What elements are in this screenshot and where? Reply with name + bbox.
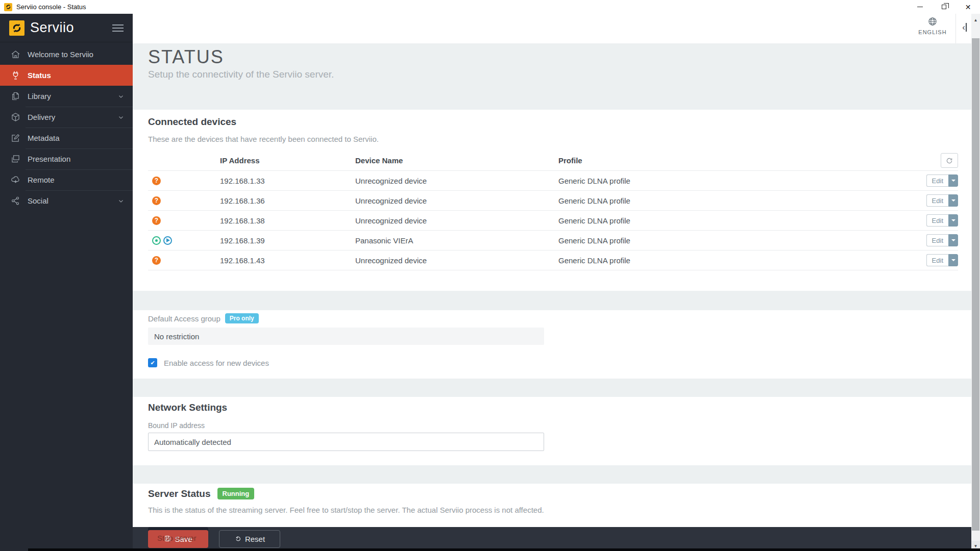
column-device-name: Device Name bbox=[355, 156, 558, 165]
devices-table-header: IP Address Device Name Profile bbox=[148, 151, 958, 171]
footer-bar: Stop server Save Reset bbox=[133, 527, 971, 551]
unknown-device-icon: ? bbox=[152, 216, 161, 225]
sidebar-item-social[interactable]: Social bbox=[0, 190, 133, 211]
menu-toggle-icon[interactable] bbox=[112, 22, 124, 34]
minimize-button[interactable] bbox=[908, 0, 932, 14]
sidebar-nav: Welcome to Serviio Status Library Delive… bbox=[0, 42, 133, 211]
sidebar-item-presentation[interactable]: Presentation bbox=[0, 148, 133, 169]
edit-button[interactable]: Edit bbox=[926, 254, 948, 266]
window-controls: ✕ bbox=[908, 0, 980, 14]
topbar-divider bbox=[955, 14, 956, 43]
sidebar-item-metadata[interactable]: Metadata bbox=[0, 128, 133, 148]
unknown-device-icon: ? bbox=[152, 177, 161, 185]
caret-down-icon bbox=[951, 219, 955, 221]
section-divider bbox=[133, 465, 971, 484]
brand-name: Serviio bbox=[30, 20, 74, 36]
unknown-device-icon: ? bbox=[152, 256, 161, 265]
device-ip: 192.168.1.38 bbox=[220, 216, 355, 225]
sidebar-item-label: Status bbox=[28, 71, 51, 80]
sidebar-item-label: Remote bbox=[28, 176, 55, 184]
device-row: ? 192.168.1.33 Unrecognized device Gener… bbox=[148, 171, 958, 191]
sidebar: Serviio Welcome to Serviio Status Librar… bbox=[0, 14, 133, 551]
chevron-down-icon bbox=[117, 114, 125, 121]
column-ip: IP Address bbox=[220, 156, 355, 165]
page-header: STATUS Setup the connectivity of the Ser… bbox=[133, 43, 971, 110]
scrollbar-thumb[interactable] bbox=[972, 38, 979, 531]
edit-button[interactable]: Edit bbox=[926, 174, 948, 187]
edit-dropdown-toggle[interactable] bbox=[948, 174, 958, 187]
box-icon bbox=[10, 112, 21, 122]
serviio-logo-icon bbox=[9, 20, 24, 36]
edit-dropdown-toggle[interactable] bbox=[948, 214, 958, 227]
device-ip: 192.168.1.33 bbox=[220, 177, 355, 185]
language-selector[interactable]: ENGLISH bbox=[915, 16, 950, 35]
server-status-description: This is the status of the streaming serv… bbox=[148, 506, 958, 514]
close-button[interactable]: ✕ bbox=[956, 0, 980, 14]
device-status-icons: ? bbox=[148, 177, 220, 185]
app-window: Serviio console - Status ✕ Serviio Welco… bbox=[0, 0, 980, 551]
sidebar-item-label: Delivery bbox=[28, 113, 55, 121]
sidebar-item-delivery[interactable]: Delivery bbox=[0, 107, 133, 128]
column-profile: Profile bbox=[558, 156, 918, 165]
device-ip: 192.168.1.43 bbox=[220, 256, 355, 265]
access-group-section: Default Access group Pro only No restric… bbox=[133, 310, 971, 379]
save-button[interactable]: Save bbox=[148, 530, 208, 548]
restore-icon bbox=[942, 5, 946, 9]
sidebar-item-label: Welcome to Serviio bbox=[28, 50, 93, 59]
window-titlebar: Serviio console - Status ✕ bbox=[0, 0, 980, 14]
edit-dropdown-toggle[interactable] bbox=[948, 234, 958, 246]
scroll-up-button[interactable]: ▲ bbox=[971, 14, 980, 27]
enable-access-label: Enable access for new devices bbox=[164, 359, 269, 367]
enable-access-checkbox[interactable]: ✔ bbox=[148, 358, 157, 367]
edit-dropdown-toggle[interactable] bbox=[948, 194, 958, 207]
main-content: ENGLISH ‹ STATUS Setup the connectivity … bbox=[133, 14, 971, 551]
reset-button[interactable]: Reset bbox=[219, 530, 280, 548]
sidebar-item-library[interactable]: Library bbox=[0, 86, 133, 107]
section-divider bbox=[133, 379, 971, 397]
cloud-icon bbox=[10, 174, 21, 185]
edit-dropdown-toggle[interactable] bbox=[948, 254, 958, 266]
device-row: ? 192.168.1.43 Unrecognized device Gener… bbox=[148, 251, 958, 270]
device-row: ? 192.168.1.36 Unrecognized device Gener… bbox=[148, 191, 958, 211]
device-name: Unrecognized device bbox=[355, 177, 558, 185]
pages-icon bbox=[10, 91, 21, 102]
edit-button[interactable]: Edit bbox=[926, 194, 948, 207]
bound-ip-label: Bound IP address bbox=[148, 421, 958, 430]
globe-icon bbox=[927, 19, 938, 28]
refresh-button[interactable] bbox=[941, 153, 958, 168]
sidebar-item-welcome-to-serviio[interactable]: Welcome to Serviio bbox=[0, 44, 133, 65]
devices-description: These are the devices that have recently… bbox=[148, 135, 958, 143]
section-heading-devices: Connected devices bbox=[148, 116, 958, 128]
device-status-icons: ? bbox=[148, 216, 220, 225]
edit-button-group: Edit bbox=[926, 194, 958, 207]
device-ip: 192.168.1.39 bbox=[220, 236, 355, 245]
caret-down-icon bbox=[951, 259, 955, 261]
sidebar-item-remote[interactable]: Remote bbox=[0, 169, 133, 190]
window-title: Serviio console - Status bbox=[16, 3, 86, 11]
bound-ip-input[interactable] bbox=[148, 433, 544, 451]
device-ip: 192.168.1.36 bbox=[220, 196, 355, 205]
access-group-label: Default Access group bbox=[148, 314, 220, 323]
devices-table: IP Address Device Name Profile ? 192.168… bbox=[148, 151, 958, 270]
connected-devices-section: Connected devices These are the devices … bbox=[133, 110, 971, 291]
caret-down-icon bbox=[951, 180, 955, 182]
section-heading-server: Server Status bbox=[148, 488, 211, 499]
pro-only-badge: Pro only bbox=[225, 313, 259, 323]
edit-button[interactable]: Edit bbox=[926, 214, 948, 227]
access-group-select[interactable]: No restriction bbox=[148, 328, 544, 345]
device-status-icons: ? bbox=[148, 256, 220, 265]
device-profile: Generic DLNA profile bbox=[558, 196, 918, 205]
sidebar-item-label: Library bbox=[28, 92, 51, 101]
device-profile: Generic DLNA profile bbox=[558, 236, 918, 245]
sidebar-item-status[interactable]: Status bbox=[0, 65, 133, 86]
collapse-panel-icon[interactable]: ‹ bbox=[962, 23, 967, 32]
edit-button[interactable]: Edit bbox=[926, 234, 948, 246]
edit-button-group: Edit bbox=[926, 174, 958, 187]
device-profile: Generic DLNA profile bbox=[558, 216, 918, 225]
device-online-icon bbox=[152, 236, 161, 245]
edit-button-group: Edit bbox=[926, 254, 958, 266]
restore-button[interactable] bbox=[932, 0, 956, 14]
device-name: Panasonic VIErA bbox=[355, 236, 558, 245]
plug-icon bbox=[10, 70, 21, 81]
page-title: STATUS bbox=[148, 47, 956, 67]
